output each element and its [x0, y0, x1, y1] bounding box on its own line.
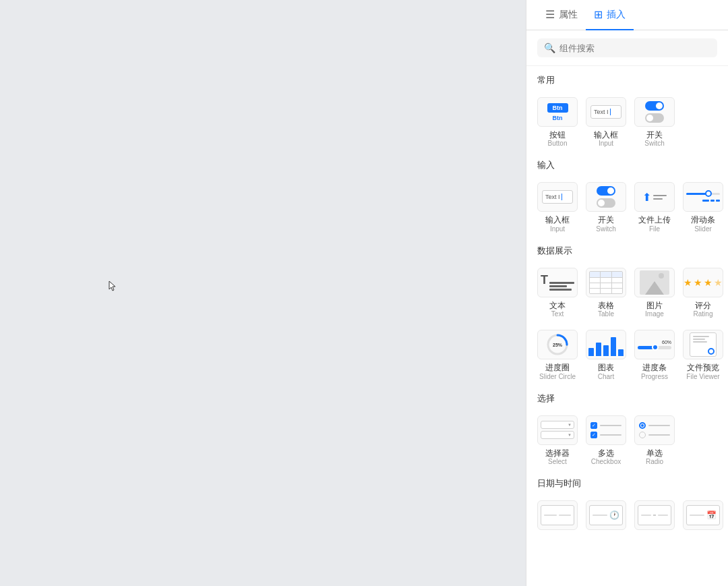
svg-marker-0 — [109, 281, 115, 291]
component-table[interactable]: 表格 Table — [583, 262, 629, 322]
section-title-common: 常用 — [535, 66, 720, 92]
comp-input-zh: 输入框 — [594, 130, 618, 140]
comp-select-zh: 选择器 — [545, 448, 570, 458]
component-button[interactable]: Btn Btn 按钮 Button — [535, 92, 580, 151]
component-datetime3-preview — [634, 500, 675, 530]
comp-switch-zh: 开关 — [646, 130, 663, 140]
comp-slider-zh: 滑动条 — [691, 215, 715, 225]
component-switch2[interactable]: 开关 Switch — [583, 177, 629, 236]
select-grid: ▼ ▼ 选择器 Select ✓ ✓ — [535, 410, 720, 469]
component-progress-preview: 60% — [634, 330, 675, 359]
component-progress[interactable]: 60% 进度条 Progress — [632, 324, 677, 384]
comp-input2-zh: 输入框 — [545, 215, 570, 225]
component-rating[interactable]: ★ ★ ★ ★ 评分 Rating — [680, 262, 726, 322]
comp-progress-en: Progress — [641, 373, 668, 380]
search-input-wrap[interactable]: 🔍 — [537, 38, 717, 57]
component-input2[interactable]: Text I 输入框 Input — [535, 177, 580, 236]
search-input[interactable] — [559, 43, 710, 53]
component-file[interactable]: ⬆ 文件上传 File — [632, 177, 677, 236]
comp-file-zh: 文件上传 — [638, 215, 671, 225]
comp-rating-zh: 评分 — [695, 301, 711, 310]
component-switch-preview — [634, 97, 675, 127]
component-fileviewer[interactable]: 文件预览 File Viewer — [680, 324, 726, 384]
input-grid: Text I 输入框 Input 开关 Switch — [535, 177, 720, 236]
properties-icon: ☰ — [545, 8, 555, 21]
component-datetime3[interactable] — [632, 495, 677, 537]
component-datetime4[interactable]: 📅 — [680, 495, 726, 537]
component-text-preview: T — [537, 268, 578, 297]
comp-chart-zh: 图表 — [598, 363, 614, 372]
component-fileviewer-preview — [683, 330, 723, 359]
common-grid: Btn Btn 按钮 Button Text I 输入框 Input — [535, 92, 720, 151]
comp-switch-en: Switch — [644, 140, 664, 147]
component-switch2-preview — [586, 182, 626, 212]
datetime-grid: 🕐 — [535, 495, 720, 537]
comp-radio-zh: 单选 — [646, 448, 663, 458]
component-slider[interactable]: 滑动条 Slider — [680, 177, 726, 236]
component-button-preview: Btn Btn — [537, 97, 578, 127]
comp-fileviewer-en: File Viewer — [686, 373, 719, 380]
tab-insert[interactable]: ⊞ 插入 — [586, 0, 634, 30]
panel-content: 常用 Btn Btn 按钮 Button Text I — [526, 66, 728, 586]
comp-circle-en: Slider Circle — [539, 373, 576, 380]
tab-properties-label: 属性 — [559, 9, 578, 21]
component-slider-preview — [683, 182, 723, 212]
comp-fileviewer-zh: 文件预览 — [687, 363, 719, 372]
comp-rating-en: Rating — [694, 310, 713, 318]
comp-file-en: File — [649, 225, 660, 233]
right-panel: ☰ 属性 ⊞ 插入 🔍 常用 Btn Btn — [526, 0, 728, 586]
component-text[interactable]: T 文本 Text — [535, 262, 580, 322]
section-title-select: 选择 — [535, 384, 720, 410]
component-checkbox[interactable]: ✓ ✓ 多选 Checkbox — [583, 410, 629, 469]
component-table-preview — [586, 268, 626, 297]
comp-table-en: Table — [598, 310, 614, 318]
panel-tabs: ☰ 属性 ⊞ 插入 — [526, 0, 728, 30]
comp-image-en: Image — [645, 310, 664, 318]
comp-chart-en: Chart — [598, 373, 614, 380]
comp-image-zh: 图片 — [646, 301, 663, 310]
component-checkbox-preview: ✓ ✓ — [586, 415, 626, 445]
comp-text-en: Text — [551, 310, 564, 318]
section-title-input: 输入 — [535, 151, 720, 177]
canvas-area — [0, 0, 526, 586]
comp-checkbox-en: Checkbox — [591, 458, 621, 465]
comp-table-zh: 表格 — [598, 301, 614, 310]
comp-switch2-zh: 开关 — [598, 215, 614, 225]
component-circle-preview: 25% — [537, 330, 578, 359]
component-image-preview — [634, 268, 675, 297]
component-radio[interactable]: 单选 Radio — [632, 410, 677, 469]
section-title-datetime: 日期与时间 — [535, 469, 720, 495]
comp-radio-en: Radio — [646, 458, 663, 465]
component-select[interactable]: ▼ ▼ 选择器 Select — [535, 410, 580, 469]
tab-properties[interactable]: ☰ 属性 — [537, 0, 586, 30]
insert-icon: ⊞ — [594, 8, 603, 21]
component-select-preview: ▼ ▼ — [537, 415, 578, 445]
component-chart[interactable]: 图表 Chart — [583, 324, 629, 384]
component-datetime2[interactable]: 🕐 — [583, 495, 629, 537]
component-input2-preview: Text I — [537, 182, 578, 212]
search-icon: 🔍 — [544, 42, 555, 53]
comp-slider-en: Slider — [694, 225, 712, 233]
data-grid: T 文本 Text — [535, 262, 720, 384]
component-rating-preview: ★ ★ ★ ★ — [683, 268, 723, 297]
component-radio-preview — [634, 415, 675, 445]
comp-progress-zh: 进度条 — [642, 363, 667, 372]
component-input-preview: Text I — [586, 97, 626, 127]
component-datetime4-preview: 📅 — [683, 500, 723, 530]
comp-text-zh: 文本 — [549, 301, 566, 310]
comp-select-en: Select — [548, 458, 567, 465]
component-chart-preview — [586, 330, 626, 359]
component-image[interactable]: 图片 Image — [632, 262, 677, 322]
component-datetime1-preview — [537, 500, 578, 530]
component-input-common[interactable]: Text I 输入框 Input — [583, 92, 629, 151]
comp-input-en: Input — [599, 140, 613, 147]
search-bar: 🔍 — [526, 30, 728, 66]
comp-checkbox-zh: 多选 — [598, 448, 614, 458]
cursor — [108, 280, 121, 293]
component-circle[interactable]: 25% 进度圈 Slider Circle — [535, 324, 580, 384]
comp-button-en: Button — [548, 140, 568, 147]
component-switch-common[interactable]: 开关 Switch — [632, 92, 677, 151]
comp-circle-zh: 进度圈 — [545, 363, 570, 372]
component-datetime1[interactable] — [535, 495, 580, 537]
comp-switch2-en: Switch — [596, 225, 615, 233]
